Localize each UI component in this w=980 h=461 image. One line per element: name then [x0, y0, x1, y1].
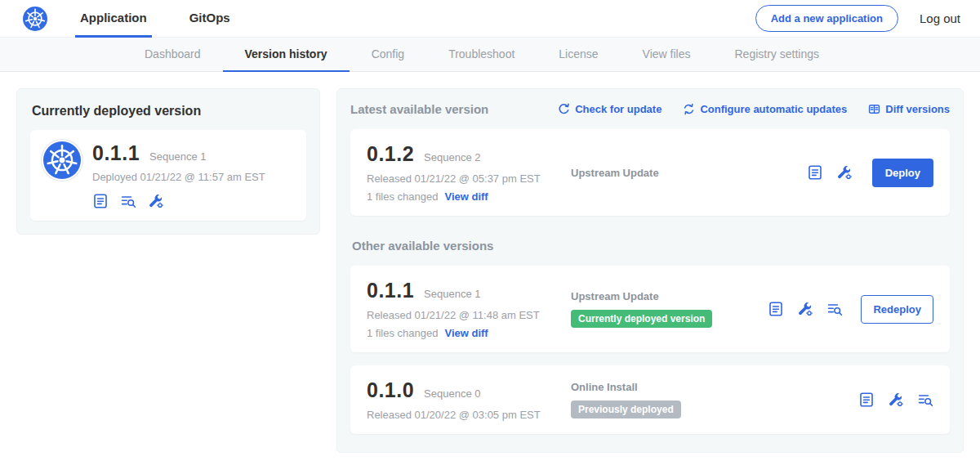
files-changed-label: 1 files changed — [367, 327, 438, 339]
top-header: Application GitOps Add a new application… — [0, 0, 980, 38]
main-content: Currently deployed version 0.1.1 Sequenc… — [0, 72, 980, 461]
files-changed-label: 1 files changed — [367, 190, 438, 203]
edit-config-icon[interactable] — [797, 301, 813, 317]
subnav-tab-license[interactable]: License — [537, 38, 620, 72]
released-timestamp: Released 01/20/22 @ 03:05 pm EST — [367, 409, 571, 421]
version-card-actions: Redeploy — [768, 295, 933, 324]
subnav-tab-config[interactable]: Config — [350, 38, 426, 72]
latest-header-row: Latest available version Check for updat… — [350, 102, 950, 116]
edit-config-icon[interactable] — [888, 392, 904, 408]
view-files-icon[interactable] — [826, 301, 843, 317]
deployed-card-actions — [92, 193, 265, 209]
subnav-tab-view-files[interactable]: View files — [621, 38, 713, 72]
diff-versions-link[interactable]: Diff versions — [868, 103, 950, 115]
version-source: Upstream Update — [571, 167, 807, 179]
deployed-version-number: 0.1.1 — [92, 141, 140, 165]
tab-gitops-label: GitOps — [189, 11, 230, 25]
deployed-version-card: 0.1.1 Sequence 1 Deployed 01/21/22 @ 11:… — [30, 130, 306, 221]
version-number: 0.1.2 — [367, 142, 414, 166]
deploy-button[interactable]: Deploy — [872, 159, 933, 187]
subnav-tab-registry-settings[interactable]: Registry settings — [712, 38, 840, 72]
configure-automatic-updates-link[interactable]: Configure automatic updates — [683, 103, 847, 115]
view-files-icon[interactable] — [120, 193, 136, 209]
release-notes-icon[interactable] — [807, 164, 823, 181]
released-timestamp: Released 01/21/22 @ 05:37 pm EST — [367, 172, 571, 185]
latest-available-title: Latest available version — [350, 102, 488, 116]
source-label: Upstream Update — [571, 167, 799, 179]
version-source: Online Install Previously deployed — [571, 381, 858, 418]
edit-config-icon[interactable] — [148, 193, 164, 209]
sequence-label: Sequence 0 — [424, 387, 480, 400]
source-label: Online Install — [571, 381, 850, 393]
currently-deployed-panel: Currently deployed version 0.1.1 Sequenc… — [16, 88, 320, 235]
latest-actions: Check for update Configure automatic upd… — [558, 103, 950, 115]
subnav-tab-version-history[interactable]: Version history — [223, 38, 350, 72]
view-files-icon[interactable] — [917, 392, 933, 408]
view-diff-link[interactable]: View diff — [444, 190, 488, 203]
version-card-info: 0.1.2 Sequence 2 Released 01/21/22 @ 05:… — [367, 142, 571, 203]
version-card-actions — [858, 392, 933, 408]
version-card-0-1-1: 0.1.1 Sequence 1 Released 01/21/22 @ 11:… — [350, 266, 950, 352]
currently-deployed-title: Currently deployed version — [32, 104, 306, 119]
release-notes-icon[interactable] — [768, 301, 784, 317]
currently-deployed-badge: Currently deployed version — [571, 310, 712, 328]
logout-button[interactable]: Log out — [920, 11, 960, 25]
header-tabs: Application GitOps — [75, 0, 268, 38]
previously-deployed-badge: Previously deployed — [571, 401, 681, 418]
tab-application-label: Application — [80, 11, 147, 25]
tab-application[interactable]: Application — [75, 0, 152, 38]
edit-config-icon[interactable] — [836, 164, 853, 181]
add-application-button[interactable]: Add a new application — [755, 5, 898, 32]
other-versions-title: Other available versions — [352, 239, 950, 253]
k8s-logo-icon — [23, 7, 47, 31]
version-card-info: 0.1.0 Sequence 0 Released 01/20/22 @ 03:… — [367, 378, 571, 421]
refresh-icon — [558, 103, 570, 115]
sequence-label: Sequence 1 — [424, 288, 480, 300]
released-timestamp: Released 01/21/22 @ 11:48 am EST — [367, 309, 571, 321]
deployed-timestamp: Deployed 01/21/22 @ 11:57 am EST — [92, 171, 265, 183]
subnav-tab-dashboard[interactable]: Dashboard — [122, 38, 223, 72]
version-source: Upstream Update Currently deployed versi… — [571, 290, 768, 328]
version-number: 0.1.1 — [367, 279, 414, 302]
tab-gitops[interactable]: GitOps — [185, 0, 235, 38]
version-card-0-1-0: 0.1.0 Sequence 0 Released 01/20/22 @ 03:… — [350, 365, 950, 434]
release-notes-icon[interactable] — [92, 193, 109, 209]
configure-automatic-updates-label: Configure automatic updates — [700, 103, 847, 115]
version-history-panel: Latest available version Check for updat… — [336, 88, 964, 453]
diff-columns-icon — [868, 103, 880, 115]
source-label: Upstream Update — [571, 290, 760, 302]
k8s-logo-icon — [43, 141, 81, 179]
auto-update-icon — [683, 103, 695, 115]
diff-versions-label: Diff versions — [885, 103, 950, 115]
check-for-update-label: Check for update — [575, 103, 662, 115]
subnav-tab-troubleshoot[interactable]: Troubleshoot — [426, 38, 537, 72]
version-number: 0.1.0 — [367, 378, 414, 402]
sequence-label: Sequence 2 — [424, 151, 480, 163]
version-card-info: 0.1.1 Sequence 1 Released 01/21/22 @ 11:… — [367, 279, 571, 339]
redeploy-button[interactable]: Redeploy — [861, 295, 933, 324]
deployed-version-info: 0.1.1 Sequence 1 Deployed 01/21/22 @ 11:… — [92, 141, 265, 209]
view-diff-link[interactable]: View diff — [444, 327, 488, 339]
app-subnav: Dashboard Version history Config Trouble… — [0, 38, 980, 72]
deployed-sequence-label: Sequence 1 — [149, 150, 206, 163]
version-card-actions: Deploy — [807, 159, 933, 187]
release-notes-icon[interactable] — [858, 392, 875, 408]
check-for-update-link[interactable]: Check for update — [558, 103, 662, 115]
version-card-latest: 0.1.2 Sequence 2 Released 01/21/22 @ 05:… — [350, 129, 950, 216]
